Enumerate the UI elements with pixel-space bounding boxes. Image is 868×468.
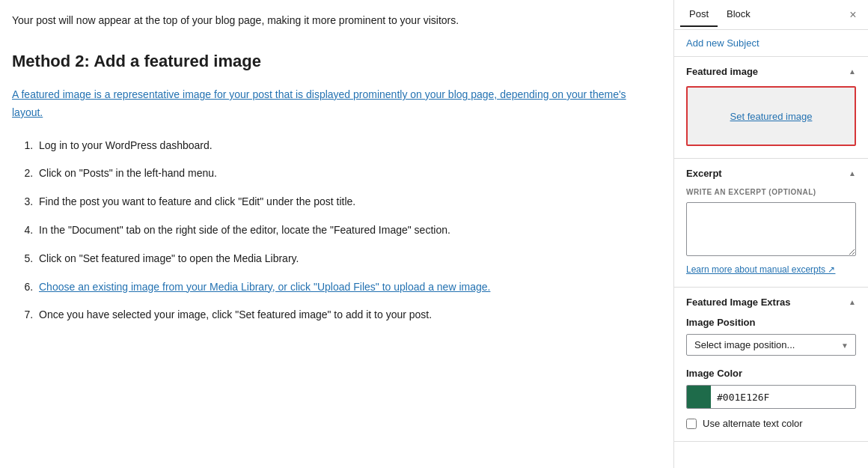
- featured-image-extras-section: Featured Image Extras ▲ Image Position S…: [674, 288, 868, 442]
- chevron-up-icon-extras: ▲: [849, 298, 856, 306]
- learn-more-excerpts-link[interactable]: Learn more about manual excerpts ↗: [686, 264, 856, 275]
- list-item: Find the post you want to feature and cl…: [36, 193, 650, 211]
- excerpt-body: WRITE AN EXCERPT (OPTIONAL) Learn more a…: [674, 188, 868, 287]
- excerpt-textarea[interactable]: [686, 202, 856, 256]
- image-position-select[interactable]: Select image position... Top Center Bott…: [686, 334, 856, 356]
- sidebar-panel: Post Block × Add new Subject Featured im…: [673, 0, 868, 468]
- step6-link[interactable]: Choose an existing image from your Media…: [39, 281, 490, 293]
- color-swatch[interactable]: [687, 385, 711, 409]
- color-input[interactable]: [711, 387, 855, 407]
- featured-extras-body: Image Position Select image position... …: [674, 317, 868, 441]
- list-item: In the "Document" tab on the right side …: [36, 222, 650, 240]
- chevron-up-icon: ▲: [849, 67, 856, 76]
- featured-extras-title: Featured Image Extras: [686, 297, 790, 308]
- featured-image-section: Featured image ▲ Set featured image: [674, 57, 868, 159]
- alternate-text-label: Use alternate text color: [703, 418, 803, 429]
- steps-list: Log in to your WordPress dashboard. Clic…: [12, 137, 650, 325]
- set-featured-image-text[interactable]: Set featured image: [730, 111, 813, 122]
- list-item: Log in to your WordPress dashboard.: [36, 137, 650, 155]
- excerpt-header[interactable]: Excerpt ▲: [674, 159, 868, 188]
- image-position-label: Image Position: [686, 317, 856, 328]
- featured-extras-header[interactable]: Featured Image Extras ▲: [674, 288, 868, 317]
- set-featured-image-box[interactable]: Set featured image: [686, 86, 856, 146]
- panel-tabs: Post Block ×: [674, 0, 868, 30]
- close-button[interactable]: ×: [844, 6, 862, 24]
- list-item: Choose an existing image from your Media…: [36, 279, 650, 297]
- chevron-up-icon-excerpt: ▲: [849, 169, 856, 177]
- image-color-label: Image Color: [686, 368, 856, 379]
- alternate-text-row: Use alternate text color: [686, 418, 856, 429]
- list-item: Click on "Set featured image" to open th…: [36, 250, 650, 268]
- alternate-text-checkbox[interactable]: [686, 419, 697, 429]
- list-item: Click on "Posts" in the left-hand menu.: [36, 165, 650, 183]
- excerpt-title: Excerpt: [686, 168, 722, 179]
- main-content: Your post will now appear at the top of …: [0, 0, 673, 468]
- method-heading: Method 2: Add a featured image: [12, 48, 650, 74]
- excerpt-field-label: WRITE AN EXCERPT (OPTIONAL): [686, 188, 856, 196]
- add-subject-link[interactable]: Add new Subject: [674, 30, 868, 57]
- featured-image-title: Featured image: [686, 66, 758, 77]
- tabs-group: Post Block: [680, 2, 760, 27]
- list-item: Once you have selected your image, click…: [36, 306, 650, 324]
- featured-image-body: Set featured image: [674, 86, 868, 158]
- excerpt-section: Excerpt ▲ WRITE AN EXCERPT (OPTIONAL) Le…: [674, 159, 868, 288]
- tab-block[interactable]: Block: [718, 2, 760, 27]
- featured-image-header[interactable]: Featured image ▲: [674, 57, 868, 86]
- image-position-wrapper: Select image position... Top Center Bott…: [686, 334, 856, 356]
- image-color-wrapper: [686, 385, 856, 409]
- description-link[interactable]: A featured image is a representative ima…: [12, 86, 650, 122]
- tab-post[interactable]: Post: [680, 2, 718, 27]
- intro-text: Your post will now appear at the top of …: [12, 12, 650, 30]
